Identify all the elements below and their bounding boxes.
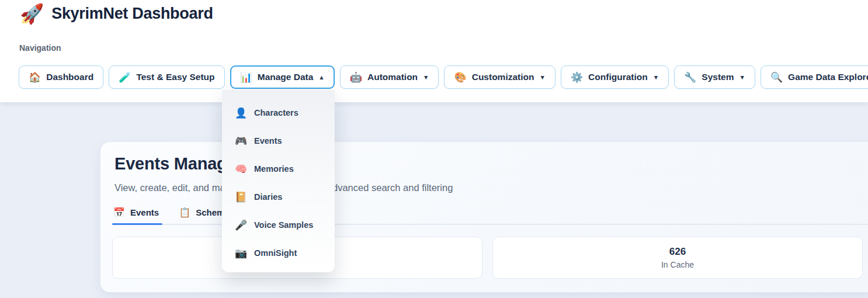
chevron-down-icon: ▼	[423, 74, 429, 81]
header: 🚀 SkyrimNet Dashboard Navigation 🏠 Dashb…	[0, 0, 868, 102]
bar-chart-icon: 📊	[240, 72, 252, 82]
nav-button-manage-data[interactable]: 📊 Manage Data ▲	[230, 65, 335, 89]
nav-button-configuration[interactable]: ⚙️ Configuration ▼	[561, 65, 669, 89]
menu-item-label: Diaries	[254, 192, 282, 202]
nav-button-label: Automation	[367, 72, 418, 82]
home-icon: 🏠	[29, 72, 41, 82]
nav-button-label: System	[702, 72, 734, 82]
search-icon: 🔍	[770, 72, 783, 82]
tab-label: Events	[130, 207, 159, 217]
person-icon: 👤	[235, 108, 246, 118]
chevron-down-icon: ▼	[739, 74, 745, 81]
test-tube-icon: 🧪	[119, 72, 131, 82]
nav-button-automation[interactable]: 🤖 Automation ▼	[340, 65, 439, 89]
menu-item-label: Characters	[254, 108, 298, 117]
nav-button-label: Dashboard	[46, 72, 93, 82]
menu-item-label: Events	[254, 136, 282, 145]
wrench-icon: 🔧	[684, 72, 696, 82]
menu-item-omnisight[interactable]: 📷 OmniSight	[222, 239, 335, 267]
nav-button-label: Customization	[472, 72, 534, 82]
nav-button-label: Manage Data	[258, 72, 314, 82]
main-navigation: 🏠 Dashboard 🧪 Test & Easy Setup 📊 Manage…	[19, 65, 868, 89]
menu-item-label: Voice Samples	[254, 220, 313, 230]
stat-label: In Cache	[661, 260, 694, 269]
nav-button-label: Game Data Explorer	[788, 72, 868, 82]
robot-icon: 🤖	[350, 72, 362, 82]
stat-card-in-cache: 626 In Cache	[492, 237, 863, 279]
chevron-down-icon: ▼	[653, 74, 659, 81]
app-brand: 🚀 SkyrimNet Dashboard	[20, 4, 213, 23]
nav-button-test-easy-setup[interactable]: 🧪 Test & Easy Setup	[109, 65, 224, 89]
brain-icon: 🧠	[235, 164, 246, 174]
manage-data-dropdown-menu: 👤 Characters 🎮 Events 🧠 Memories 📔 Diari…	[222, 90, 335, 272]
chevron-up-icon: ▲	[318, 74, 324, 81]
tab-events[interactable]: 📅 Events	[112, 207, 162, 224]
stat-value: 626	[669, 246, 686, 258]
gear-icon: ⚙️	[571, 72, 583, 82]
menu-item-events[interactable]: 🎮 Events	[222, 127, 335, 155]
microphone-icon: 🎤	[235, 220, 246, 230]
nav-button-game-data-explorer[interactable]: 🔍 Game Data Explorer	[761, 65, 868, 89]
notebook-icon: 📔	[235, 192, 246, 202]
menu-item-voice-samples[interactable]: 🎤 Voice Samples	[222, 211, 335, 239]
menu-item-label: OmniSight	[254, 248, 297, 258]
nav-button-system[interactable]: 🔧 System ▼	[674, 65, 755, 89]
calendar-icon: 📅	[113, 208, 125, 217]
game-controller-icon: 🎮	[235, 136, 246, 146]
menu-item-label: Memories	[254, 164, 294, 174]
menu-item-diaries[interactable]: 📔 Diaries	[222, 183, 335, 211]
events-management-panel: Events Management View, create, edit, an…	[100, 142, 868, 292]
menu-item-memories[interactable]: 🧠 Memories	[222, 155, 335, 183]
rocket-icon: 🚀	[20, 4, 44, 23]
chevron-down-icon: ▼	[539, 74, 545, 81]
camera-icon: 📷	[235, 248, 246, 258]
nav-button-label: Test & Easy Setup	[136, 72, 214, 82]
palette-icon: 🎨	[454, 72, 466, 82]
nav-button-label: Configuration	[588, 72, 648, 82]
navigation-label: Navigation	[19, 43, 61, 53]
nav-button-dashboard[interactable]: 🏠 Dashboard	[19, 65, 103, 89]
clipboard-icon: 📋	[179, 208, 190, 217]
nav-button-customization[interactable]: 🎨 Customization ▼	[444, 65, 555, 89]
menu-item-characters[interactable]: 👤 Characters	[222, 99, 335, 127]
app-title: SkyrimNet Dashboard	[51, 5, 213, 23]
